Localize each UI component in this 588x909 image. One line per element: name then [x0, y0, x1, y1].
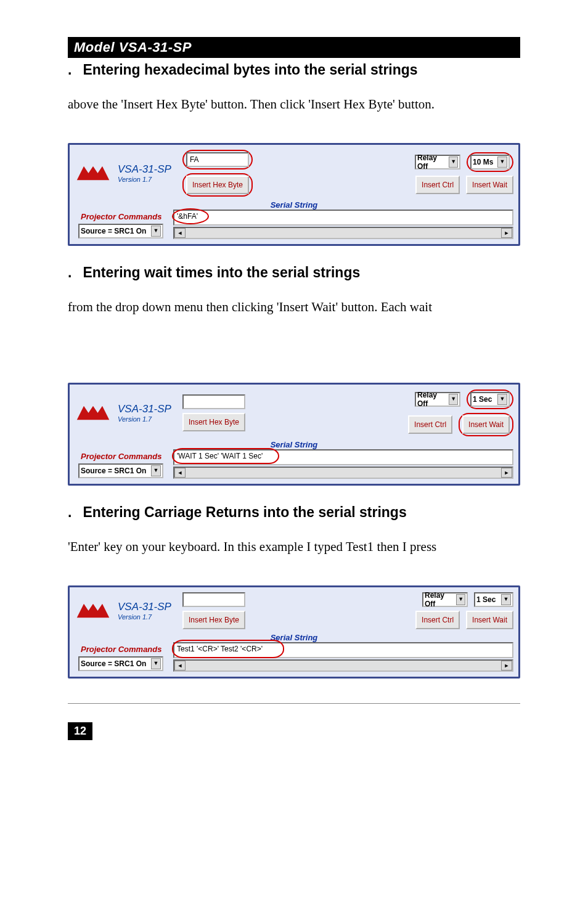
- projector-commands-label: Projector Commands: [81, 645, 163, 654]
- app-version: Version 1.7: [118, 176, 171, 183]
- hex-input[interactable]: [186, 152, 249, 167]
- source-select[interactable]: Source = SRC1 On ▼: [78, 656, 163, 671]
- app-name: VSA-31-SP: [118, 403, 171, 415]
- chevron-down-icon[interactable]: ▼: [501, 594, 511, 605]
- serial-string-label: Serial String: [70, 633, 518, 642]
- bullet: .: [68, 62, 79, 78]
- serial-string-label: Serial String: [70, 200, 518, 210]
- insert-hex-byte-button[interactable]: Insert Hex Byte: [182, 413, 245, 431]
- relay-select[interactable]: Relay Off ▼: [415, 392, 460, 407]
- insert-hex-byte-button[interactable]: Insert Hex Byte: [182, 611, 245, 629]
- page-number: 12: [68, 722, 92, 740]
- hr-logo: [75, 161, 112, 185]
- chevron-down-icon[interactable]: ▼: [449, 157, 458, 168]
- header-model-bar: Model VSA-31-SP: [68, 37, 520, 58]
- section3-heading-text: Entering Carriage Returns into the seria…: [83, 504, 406, 520]
- chevron-down-icon[interactable]: ▼: [151, 226, 161, 237]
- chevron-down-icon[interactable]: ▼: [151, 465, 161, 476]
- serial-horizontal-scrollbar[interactable]: ◄ ►: [173, 227, 513, 239]
- figure-1: VSA-31-SP Version 1.7 Insert Hex Byte Re…: [68, 143, 520, 246]
- serial-string-label: Serial String: [70, 440, 518, 449]
- section2-body: from the drop down menu then clicking 'I…: [68, 300, 520, 315]
- scroll-left-icon[interactable]: ◄: [174, 228, 186, 238]
- relay-select-value: Relay Off: [417, 153, 446, 171]
- projector-commands-label: Projector Commands: [81, 452, 163, 461]
- serial-string-input[interactable]: '&hFA': [173, 210, 513, 226]
- chevron-down-icon[interactable]: ▼: [449, 394, 458, 405]
- insert-wait-button[interactable]: Insert Wait: [466, 176, 513, 194]
- footer-rule: [68, 703, 520, 704]
- wait-time-value: 1 Sec: [476, 595, 496, 604]
- section1-body: above the 'Insert Hex Byte' button. Then…: [68, 97, 520, 112]
- scroll-right-icon[interactable]: ►: [501, 468, 512, 478]
- chevron-down-icon[interactable]: ▼: [497, 157, 507, 168]
- chevron-down-icon[interactable]: ▼: [456, 594, 465, 605]
- wait-time-value: 10 Ms: [473, 158, 493, 166]
- relay-select-value: Relay Off: [417, 391, 446, 408]
- app-name: VSA-31-SP: [118, 601, 171, 613]
- hex-input[interactable]: [182, 394, 245, 409]
- app-version: Version 1.7: [118, 613, 171, 621]
- source-select-value: Source = SRC1 On: [81, 227, 146, 235]
- relay-select[interactable]: Relay Off ▼: [422, 592, 468, 607]
- relay-select[interactable]: Relay Off ▼: [415, 155, 460, 169]
- section3-body: 'Enter' key on your keyboard. In this ex…: [68, 539, 520, 555]
- serial-horizontal-scrollbar[interactable]: ◄ ►: [173, 659, 513, 672]
- scroll-right-icon[interactable]: ►: [501, 228, 512, 238]
- bullet: .: [68, 504, 79, 521]
- hr-logo: [75, 401, 112, 425]
- scroll-left-icon[interactable]: ◄: [174, 661, 186, 671]
- section2-heading: . Entering wait times into the serial st…: [68, 264, 520, 281]
- figure-2: VSA-31-SP Version 1.7 Insert Hex Byte Re…: [68, 383, 520, 486]
- source-select-value: Source = SRC1 On: [81, 467, 146, 475]
- section1-heading-text: Entering hexadecimal bytes into the seri…: [83, 62, 417, 78]
- scroll-left-icon[interactable]: ◄: [174, 468, 186, 478]
- wait-time-select[interactable]: 10 Ms ▼: [470, 155, 510, 169]
- figure-3: VSA-31-SP Version 1.7 Insert Hex Byte Re…: [68, 585, 520, 679]
- wait-time-select[interactable]: 1 Sec ▼: [474, 592, 513, 607]
- app-name: VSA-31-SP: [118, 163, 171, 176]
- insert-ctrl-button[interactable]: Insert Ctrl: [415, 611, 460, 629]
- app-version: Version 1.7: [118, 415, 171, 423]
- insert-wait-button[interactable]: Insert Wait: [462, 415, 510, 434]
- bullet: .: [68, 264, 79, 281]
- source-select[interactable]: Source = SRC1 On ▼: [78, 224, 163, 238]
- hr-logo: [75, 599, 112, 622]
- insert-wait-button[interactable]: Insert Wait: [466, 611, 513, 629]
- section1-heading: . Entering hexadecimal bytes into the se…: [68, 62, 520, 78]
- hex-input[interactable]: [182, 592, 245, 607]
- insert-hex-byte-button[interactable]: Insert Hex Byte: [186, 176, 249, 194]
- scroll-right-icon[interactable]: ►: [501, 661, 512, 671]
- section3-heading: . Entering Carriage Returns into the ser…: [68, 504, 520, 521]
- insert-ctrl-button[interactable]: Insert Ctrl: [408, 415, 452, 434]
- wait-time-value: 1 Sec: [473, 395, 492, 404]
- source-select[interactable]: Source = SRC1 On ▼: [78, 463, 163, 478]
- chevron-down-icon[interactable]: ▼: [151, 658, 161, 669]
- chevron-down-icon[interactable]: ▼: [497, 394, 507, 405]
- source-select-value: Source = SRC1 On: [81, 659, 146, 668]
- section2-heading-text: Entering wait times into the serial stri…: [83, 264, 360, 280]
- relay-select-value: Relay Off: [425, 591, 454, 608]
- insert-ctrl-button[interactable]: Insert Ctrl: [415, 176, 460, 194]
- projector-commands-label: Projector Commands: [81, 212, 163, 221]
- serial-horizontal-scrollbar[interactable]: ◄ ►: [173, 467, 513, 479]
- wait-time-select[interactable]: 1 Sec ▼: [470, 392, 510, 407]
